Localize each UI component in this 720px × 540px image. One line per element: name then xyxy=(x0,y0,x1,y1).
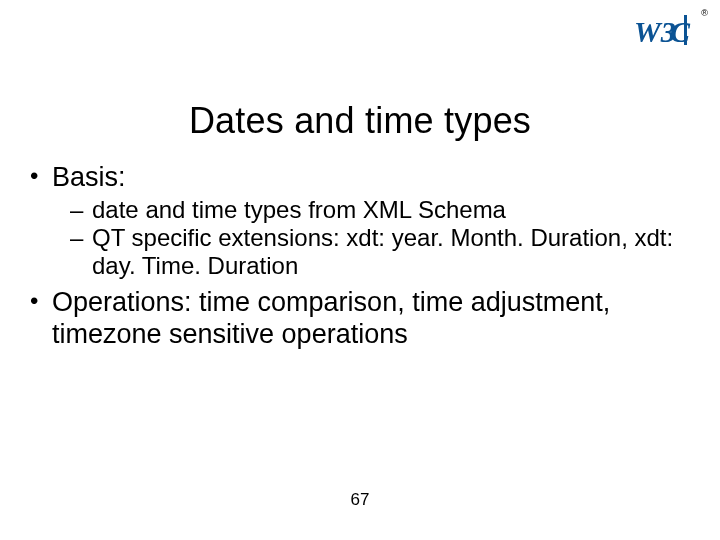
sub-bullet-item: QT specific extensions: xdt: year. Month… xyxy=(52,224,690,281)
svg-text:C: C xyxy=(670,15,691,48)
w3c-logo-svg: W3 C xyxy=(634,12,692,48)
slide-title: Dates and time types xyxy=(0,100,720,142)
bullet-item: Operations: time comparison, time adjust… xyxy=(26,287,690,351)
sub-bullet-text: QT specific extensions: xdt: year. Month… xyxy=(92,224,673,279)
w3c-logo: W3 C xyxy=(634,12,692,48)
sub-bullet-item: date and time types from XML Schema xyxy=(52,196,690,224)
bullet-text: Operations: time comparison, time adjust… xyxy=(52,287,610,349)
bullet-item: Basis: date and time types from XML Sche… xyxy=(26,162,690,281)
bullet-text: Basis: xyxy=(52,162,126,192)
slide: W3 C ® Dates and time types Basis: date … xyxy=(0,0,720,540)
page-number: 67 xyxy=(0,490,720,510)
registered-mark: ® xyxy=(701,8,708,18)
slide-body: Basis: date and time types from XML Sche… xyxy=(26,162,690,353)
sub-bullet-text: date and time types from XML Schema xyxy=(92,196,506,223)
